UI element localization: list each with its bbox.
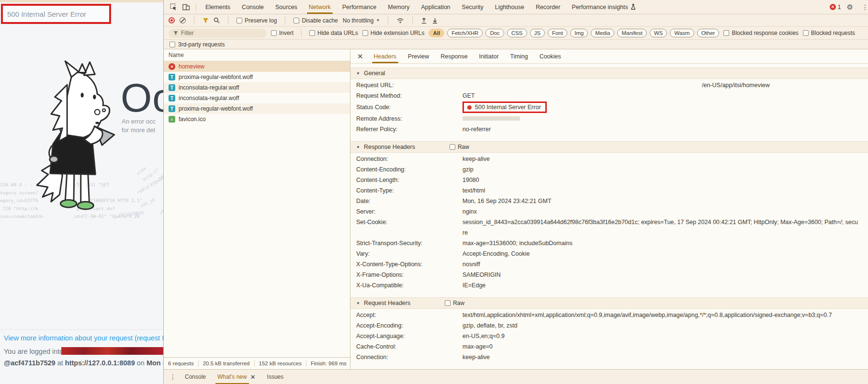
header-row-cache-control: Cache-Control:max-age=0: [350, 341, 868, 352]
detail-tab-response[interactable]: Response: [435, 49, 473, 63]
network-conditions-icon[interactable]: [396, 17, 404, 23]
disable-cache-checkbox[interactable]: Disable cache: [293, 17, 338, 24]
header-value-text: IE=Edge: [462, 282, 485, 289]
request-table-name-header[interactable]: Name: [164, 49, 350, 61]
filter-input[interactable]: Filter: [169, 29, 267, 38]
flask-icon: [631, 4, 636, 10]
view-more-info-link[interactable]: View more information about your request…: [4, 334, 163, 342]
checkbox[interactable]: [362, 30, 368, 36]
request-row-proxima-regular-webfont-woff[interactable]: Tproxima-regular-webfont.woff: [164, 103, 350, 114]
filter-chip-js[interactable]: JS: [530, 29, 545, 37]
header-value-text: text/html: [462, 187, 485, 194]
header-value: keep-alive: [462, 154, 868, 164]
filter-funnel-icon[interactable]: [203, 18, 209, 23]
checkbox[interactable]: [803, 30, 809, 36]
detail-tab-initiator[interactable]: Initiator: [473, 49, 505, 63]
filter-chip-wasm[interactable]: Wasm: [670, 29, 694, 37]
tab-recorder[interactable]: Recorder: [530, 0, 566, 14]
request-row-homeview[interactable]: ✕homeview: [164, 61, 350, 72]
tab-network[interactable]: Network: [303, 0, 337, 14]
blocked-requests-checkbox[interactable]: Blocked requests: [803, 30, 855, 36]
record-network-log-button[interactable]: [169, 17, 175, 23]
search-icon[interactable]: [214, 17, 220, 23]
preserve-log-checkbox[interactable]: Preserve log: [237, 17, 277, 24]
invert-checkbox[interactable]: Invert: [271, 30, 293, 36]
device-toolbar-icon[interactable]: [182, 3, 190, 11]
filter-chip-img[interactable]: Img: [570, 29, 588, 37]
header-name: Connection:: [356, 154, 462, 164]
header-value: en-US,en;q=0.9: [462, 331, 868, 341]
detail-tab-preview[interactable]: Preview: [402, 49, 435, 63]
checkbox[interactable]: [309, 30, 315, 36]
section-header-request-headers[interactable]: ▼Request HeadersRaw: [350, 297, 868, 309]
tab-application[interactable]: Application: [415, 0, 456, 14]
header-value-text: SAMEORIGIN: [462, 271, 501, 278]
hide-data-urls-checkbox[interactable]: Hide data URLs: [309, 30, 358, 36]
drawer-tab-issues[interactable]: Issues: [261, 370, 290, 384]
header-value-text: GET: [462, 92, 475, 99]
export-har-icon[interactable]: [432, 17, 438, 24]
drawer-tab-console[interactable]: Console: [179, 370, 212, 384]
header-row-accept: Accept:text/html,application/xhtml+xml,a…: [350, 310, 868, 320]
section-header-response-headers[interactable]: ▼Response HeadersRaw: [350, 141, 868, 153]
checkbox[interactable]: [450, 144, 455, 150]
request-name: favicon.ico: [179, 116, 206, 123]
detail-tab-cookies[interactable]: Cookies: [534, 49, 567, 63]
inspect-element-icon[interactable]: [170, 3, 177, 11]
request-row-favicon-ico[interactable]: ›favicon.ico: [164, 114, 350, 124]
close-icon[interactable]: ✕: [352, 52, 368, 61]
filter-chip-css[interactable]: CSS: [507, 29, 527, 37]
filter-chip-other[interactable]: Other: [697, 29, 720, 37]
header-value-text: nosniff: [462, 261, 480, 268]
tab-sources[interactable]: Sources: [270, 0, 303, 14]
request-row-proxima-regular-webfont-woff[interactable]: Tproxima-regular-webfont.woff: [164, 72, 350, 82]
section-title: Request Headers: [364, 300, 410, 306]
footer-divider: [0, 329, 163, 330]
tab-console[interactable]: Console: [236, 0, 270, 14]
filter-chip-media[interactable]: Media: [591, 29, 614, 37]
tab-memory[interactable]: Memory: [382, 0, 415, 14]
hide-extension-urls-checkbox[interactable]: Hide extension URLs: [362, 30, 425, 36]
log-fragment-0: view: [135, 166, 147, 176]
checkbox[interactable]: [445, 300, 451, 306]
clear-network-log-button[interactable]: [180, 17, 186, 23]
filter-placeholder: Filter: [181, 30, 194, 36]
filter-chip-font[interactable]: Font: [548, 29, 567, 37]
filter-chip-manifest[interactable]: Manifest: [617, 29, 646, 37]
filter-chip-doc[interactable]: Doc: [485, 29, 504, 37]
detail-tab-timing[interactable]: Timing: [505, 49, 534, 63]
tab-performance-insights[interactable]: Performance insights: [566, 0, 641, 14]
header-value: max-age=0: [462, 341, 868, 352]
error-count-badge[interactable]: ✕ 1: [830, 4, 841, 11]
filter-chip-fetch-xhr[interactable]: Fetch/XHR: [447, 29, 483, 37]
raw-checkbox[interactable]: Raw: [445, 300, 464, 306]
section-header-general[interactable]: ▼General: [350, 68, 868, 79]
font-resource-icon: T: [169, 105, 175, 112]
drawer-tab-what-s-new[interactable]: What's new✕: [212, 370, 261, 384]
raw-checkbox[interactable]: Raw: [450, 144, 469, 150]
settings-gear-icon[interactable]: ⚙: [847, 3, 853, 11]
tab-performance[interactable]: Performance: [337, 0, 383, 14]
throttling-dropdown[interactable]: No throttling▼: [343, 17, 380, 24]
filter-chip-ws[interactable]: WS: [650, 29, 667, 37]
checkbox[interactable]: [237, 18, 242, 23]
checkbox[interactable]: [723, 30, 729, 36]
checkbox[interactable]: [293, 18, 299, 23]
checkbox[interactable]: [271, 30, 277, 36]
tab-elements[interactable]: Elements: [200, 0, 236, 14]
blocked-response-cookies-checkbox[interactable]: Blocked response cookies: [723, 30, 798, 36]
tab-security[interactable]: Security: [456, 0, 489, 14]
request-row-inconsolata-regular-woff[interactable]: Tinconsolata-regular.woff: [164, 93, 350, 103]
import-har-icon[interactable]: [421, 17, 427, 24]
third-party-requests-checkbox[interactable]: [169, 42, 175, 47]
status-item-0: 6 requests: [164, 360, 199, 367]
filter-chip-all[interactable]: All: [428, 29, 444, 37]
request-row-inconsolata-regular-woff[interactable]: Tinconsolata-regular.woff: [164, 82, 350, 93]
drawer-menu-kebab-icon[interactable]: ⋮: [167, 373, 179, 381]
close-icon[interactable]: ✕: [250, 373, 256, 381]
header-value-text: keep-alive: [462, 156, 490, 162]
detail-tab-headers[interactable]: Headers: [368, 49, 402, 63]
header-name: Request URL:: [356, 80, 462, 90]
devtools-menu-kebab-icon[interactable]: ⋮: [859, 3, 868, 11]
tab-lighthouse[interactable]: Lighthouse: [489, 0, 530, 14]
